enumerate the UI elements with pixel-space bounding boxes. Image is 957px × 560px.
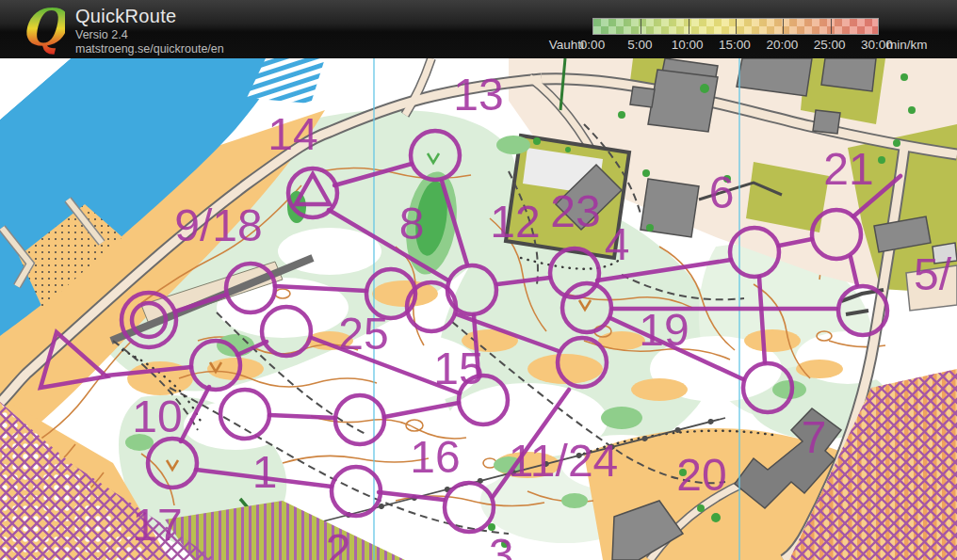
control-number-label: 25	[338, 309, 388, 359]
control-number-label: 19	[639, 305, 689, 355]
orienteering-map[interactable]: 13149/188122346215/2519151011611/2420717…	[0, 58, 957, 560]
app-title: QuickRoute	[75, 6, 177, 27]
control-number-label: 16	[410, 432, 460, 482]
control-number-label: 10	[132, 392, 182, 441]
control-number-label: 23	[550, 186, 600, 236]
pace-tick-line	[783, 19, 784, 34]
control-number-label: 7	[802, 412, 827, 462]
map-canvas[interactable]: 13149/188122346215/2519151011611/2420717…	[0, 58, 957, 560]
control-number-label: 4	[605, 219, 630, 269]
control-number-label: 2	[326, 525, 351, 560]
control-number-label: 5/	[914, 249, 952, 299]
route-segment	[269, 415, 335, 418]
control-number-label: 1	[252, 447, 278, 497]
pace-tick-line	[641, 19, 641, 34]
quickroute-logo-icon: Q	[21, 0, 65, 56]
quickroute-window: Q QuickRoute Versio 2.4 matstroeng.se/qu…	[0, 0, 957, 560]
control-number-label: 20	[676, 450, 726, 500]
header-bar: Q QuickRoute Versio 2.4 matstroeng.se/qu…	[0, 0, 957, 58]
control-number-label: 21	[823, 144, 873, 194]
control-number-label: 15	[433, 344, 483, 393]
control-number-label: 3	[489, 530, 514, 560]
app-website: matstroeng.se/quickroute/en	[75, 42, 224, 56]
control-number-label: 12	[490, 197, 540, 247]
control-number-label: 17	[132, 500, 182, 550]
control-number-label: 11/24	[509, 436, 619, 486]
pace-tick-line	[831, 19, 832, 34]
control-number-label: 14	[268, 109, 317, 159]
pace-color-scale	[592, 18, 879, 35]
control-number-label: 8	[399, 199, 425, 248]
pace-legend-unit: min/km	[886, 38, 952, 52]
app-version: Versio 2.4	[75, 28, 128, 41]
control-number-label: 6	[709, 168, 735, 217]
pace-tick-line	[689, 19, 689, 34]
pace-tick-line	[736, 19, 737, 34]
control-number-label: 9/18	[174, 200, 262, 250]
control-number-label: 13	[453, 70, 503, 120]
